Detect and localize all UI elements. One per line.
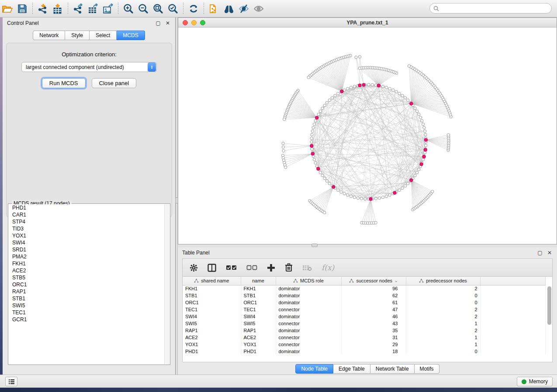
add-column-button[interactable] (267, 264, 275, 272)
deselect-all-button[interactable] (246, 265, 257, 271)
zoom-fit-button[interactable] (151, 2, 166, 15)
select-all-button[interactable] (226, 265, 237, 271)
table-cell[interactable]: ORC1 (241, 299, 276, 306)
table-cell[interactable]: 1 (406, 320, 480, 327)
column-header-successor-nodes[interactable]: successor nodes ⌄ (341, 277, 406, 285)
zoom-in-button[interactable] (121, 2, 136, 15)
table-cell[interactable]: SWI4 (241, 313, 276, 320)
table-cell[interactable]: dominator (276, 292, 341, 299)
table-cell[interactable]: 1 (406, 341, 480, 348)
mcds-result-item[interactable]: ORC1 (9, 281, 164, 288)
memory-button[interactable]: Memory (517, 377, 553, 386)
table-cell[interactable]: 47 (341, 306, 406, 313)
table-row[interactable]: FKH1FKH1dominator962 (183, 285, 545, 292)
table-cell[interactable]: 29 (341, 341, 406, 348)
table-cell[interactable]: FKH1 (241, 285, 276, 292)
table-cell[interactable]: connector (276, 320, 341, 327)
table-cell[interactable]: dominator (276, 299, 341, 306)
zoom-selected-button[interactable] (166, 2, 180, 15)
table-cell[interactable]: connector (276, 306, 341, 313)
table-cell[interactable]: RAP1 (183, 327, 241, 334)
refresh-layout-button[interactable] (186, 2, 201, 15)
table-cell[interactable]: SWI4 (183, 313, 241, 320)
table-cell[interactable]: YOX1 (241, 341, 276, 348)
criterion-dropdown[interactable]: largest connected component (undirected)… (21, 62, 157, 72)
mcds-result-item[interactable]: SWI4 (9, 239, 164, 246)
sort-chevron-icon[interactable]: ⌄ (394, 279, 398, 283)
table-row[interactable]: ORC1ORC1dominator610 (183, 299, 545, 306)
mcds-result-item[interactable]: PHD1 (9, 204, 164, 211)
table-cell[interactable]: 46 (341, 313, 406, 320)
mcds-result-item[interactable]: SWI5 (9, 302, 164, 309)
table-cell[interactable]: 31 (341, 334, 406, 341)
splitter-grip-icon[interactable] (311, 244, 318, 247)
table-row[interactable]: SWI5SWI5connector431 (183, 320, 545, 327)
save-button[interactable] (15, 2, 30, 15)
table-cell[interactable]: 0 (406, 348, 480, 355)
table-cell[interactable]: 2 (406, 313, 480, 320)
table-cell[interactable]: PHD1 (241, 348, 276, 355)
table-cell[interactable]: dominator (276, 285, 341, 292)
mcds-result-item[interactable]: TID3 (9, 225, 164, 232)
hide-selected-button[interactable] (236, 2, 251, 15)
tab-edge-table[interactable]: Edge Table (333, 364, 370, 374)
table-cell[interactable]: PHD1 (183, 348, 241, 355)
table-cell[interactable]: 96 (341, 285, 406, 292)
table-cell[interactable]: connector (276, 341, 341, 348)
mcds-result-item[interactable]: STP4 (9, 218, 164, 225)
table-cell[interactable]: ACE2 (183, 334, 241, 341)
mcds-result-item[interactable]: FKH1 (9, 260, 164, 267)
column-header-mcds-role[interactable]: MCDS role (276, 277, 341, 285)
close-panel-icon[interactable]: ✕ (165, 20, 171, 26)
column-header-shared-name[interactable]: shared name (183, 277, 241, 285)
float-panel-icon[interactable]: ▢ (155, 20, 161, 26)
mcds-result-item[interactable]: CAR1 (9, 211, 164, 218)
mcds-result-item[interactable]: STB5 (9, 274, 164, 281)
table-row[interactable]: SWI4SWI4dominator462 (183, 313, 545, 320)
table-cell[interactable]: 2 (406, 306, 480, 313)
mcds-result-item[interactable]: YOX1 (9, 232, 164, 239)
mcds-result-item[interactable]: PMA2 (9, 253, 164, 260)
tab-network-table[interactable]: Network Table (370, 364, 415, 374)
tab-select[interactable]: Select (90, 31, 117, 40)
share-document-button[interactable] (207, 2, 221, 15)
table-cell[interactable]: ACE2 (241, 334, 276, 341)
close-panel-button[interactable]: Close panel (92, 78, 137, 88)
table-cell[interactable]: 35 (341, 327, 406, 334)
table-cell[interactable]: TEC1 (241, 306, 276, 313)
split-columns-button[interactable] (208, 264, 216, 272)
export-table-button[interactable] (86, 2, 100, 15)
table-scrollbar[interactable] (547, 286, 551, 356)
table-cell[interactable]: 0 (406, 292, 480, 299)
tab-mcds[interactable]: MCDS (117, 31, 145, 40)
table-cell[interactable]: 2 (406, 327, 480, 334)
search-input[interactable] (441, 5, 548, 11)
table-cell[interactable]: 0 (406, 299, 480, 306)
table-cell[interactable]: RAP1 (241, 327, 276, 334)
table-cell[interactable]: STB1 (183, 292, 241, 299)
table-row[interactable]: TEC1TEC1connector472 (183, 306, 545, 313)
table-cell[interactable]: 1 (406, 334, 480, 341)
mcds-list-scrollbar[interactable] (164, 204, 170, 364)
column-header-name[interactable]: name (241, 277, 276, 285)
run-mcds-button[interactable]: Run MCDS (42, 78, 86, 88)
mcds-result-list[interactable]: PHD1CAR1STP4TID3YOX1SWI4SRD1PMA2FKH1ACE2… (9, 204, 164, 364)
table-cell[interactable]: ORC1 (183, 299, 241, 306)
table-row[interactable]: PHD1PHD1dominator180 (183, 348, 545, 355)
tab-network[interactable]: Network (33, 31, 65, 40)
table-cell[interactable]: 2 (406, 285, 480, 292)
import-table-button[interactable] (50, 2, 65, 15)
network-canvas[interactable] (178, 28, 557, 244)
close-panel-icon[interactable]: ✕ (547, 250, 553, 256)
table-cell[interactable]: 62 (341, 292, 406, 299)
mcds-result-item[interactable]: STB1 (9, 295, 164, 302)
table-cell[interactable]: SWI5 (183, 320, 241, 327)
table-cell[interactable]: dominator (276, 327, 341, 334)
delete-column-button[interactable] (285, 263, 293, 272)
table-cell[interactable]: FKH1 (183, 285, 241, 292)
table-cell[interactable]: dominator (276, 348, 341, 355)
tab-style[interactable]: Style (65, 31, 90, 40)
table-row[interactable]: ACE2ACE2connector311 (183, 334, 545, 341)
table-cell[interactable]: connector (276, 334, 341, 341)
table-row[interactable]: YOX1YOX1connector291 (183, 341, 545, 348)
